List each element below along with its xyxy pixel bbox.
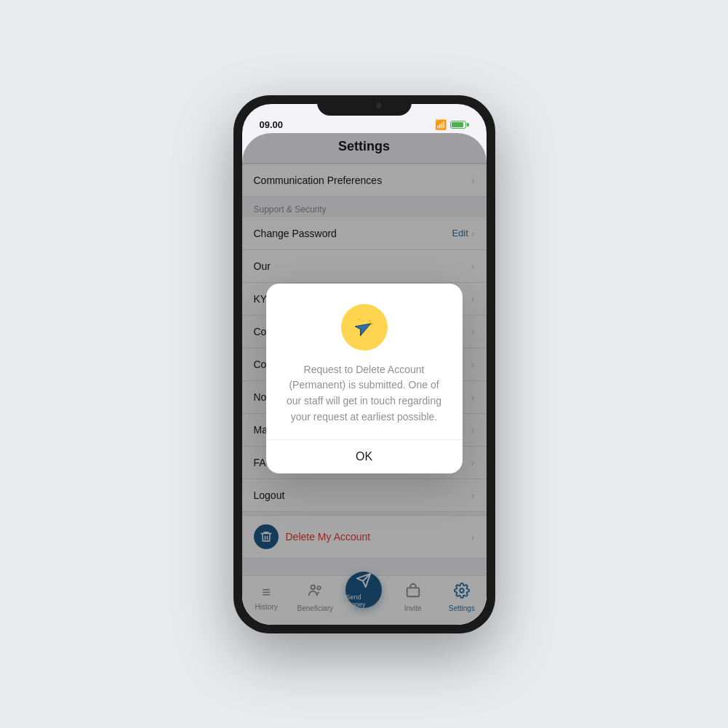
battery-icon: [450, 121, 469, 129]
paper-plane-icon: [351, 314, 377, 340]
phone-shell: 09.00 📶 Settings: [233, 95, 495, 633]
status-time: 09.00: [260, 119, 284, 130]
modal-message: Request to Delete Account (Permanent) is…: [284, 362, 445, 425]
svg-point-7: [369, 319, 371, 321]
phone-notch: [317, 95, 412, 116]
svg-point-9: [358, 319, 359, 320]
modal-icon-wrapper: [284, 304, 445, 351]
modal-ok-button[interactable]: OK: [266, 440, 463, 473]
phone-screen: 09.00 📶 Settings: [242, 104, 487, 625]
svg-point-8: [371, 323, 372, 324]
modal-overlay: Request to Delete Account (Permanent) is…: [242, 133, 487, 625]
wifi-icon: 📶: [435, 119, 447, 130]
status-icons: 📶: [435, 119, 469, 130]
app-content: Settings Communication Preferences › Sup…: [242, 133, 487, 625]
page-wrapper: 09.00 📶 Settings: [0, 0, 728, 728]
modal-card: Request to Delete Account (Permanent) is…: [266, 284, 463, 474]
notch-camera: [376, 103, 382, 108]
modal-success-icon: [341, 304, 388, 351]
